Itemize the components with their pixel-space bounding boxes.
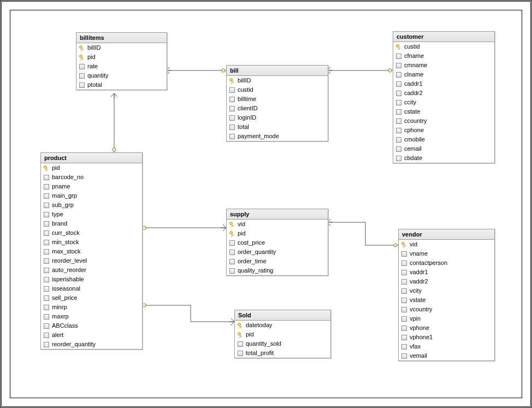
field-name: payment_mode bbox=[237, 132, 279, 141]
table-row[interactable]: vname bbox=[399, 249, 494, 258]
table-row[interactable]: cost_price bbox=[227, 238, 328, 247]
table-header-supply[interactable]: supply bbox=[227, 209, 328, 220]
table-row[interactable]: caddr2 bbox=[393, 88, 494, 98]
table-row[interactable]: minrp bbox=[41, 303, 142, 312]
field-name: billID bbox=[237, 76, 251, 85]
table-row[interactable]: vcountry bbox=[399, 305, 494, 314]
field-name: vstate bbox=[409, 295, 425, 305]
field-name: custid bbox=[403, 42, 420, 51]
table-row[interactable]: order_time bbox=[227, 257, 328, 266]
table-row[interactable]: vemail bbox=[399, 351, 494, 360]
table-row[interactable]: clientID bbox=[227, 104, 328, 113]
table-row[interactable]: billtime bbox=[227, 94, 328, 104]
table-row[interactable]: ccity bbox=[393, 98, 494, 107]
table-row[interactable]: custid bbox=[393, 42, 494, 51]
field-name: main_grp bbox=[51, 191, 77, 200]
table-row[interactable]: caddr1 bbox=[393, 79, 494, 88]
table-row[interactable]: cmobile bbox=[393, 135, 494, 144]
table-row[interactable]: quantity bbox=[76, 71, 167, 80]
table-row[interactable]: reorder_level bbox=[41, 256, 142, 265]
primary-key-icon bbox=[42, 165, 51, 172]
table-row[interactable]: vaddr1 bbox=[399, 268, 494, 277]
table-row[interactable]: pid bbox=[227, 229, 328, 238]
table-row[interactable]: billID bbox=[227, 76, 328, 85]
table-row[interactable]: ccountry bbox=[393, 116, 494, 126]
table-row[interactable]: pid bbox=[41, 163, 142, 173]
table-header-billitems[interactable]: billitems bbox=[76, 33, 167, 43]
table-row[interactable]: isseasonal bbox=[41, 284, 142, 293]
table-row[interactable]: vid bbox=[227, 220, 328, 229]
table-row[interactable]: total_profit bbox=[235, 348, 330, 358]
table-row[interactable]: quality_rating bbox=[227, 266, 328, 275]
table-row[interactable]: reorder_quantity bbox=[41, 340, 142, 349]
table-row[interactable]: quantity_sold bbox=[235, 339, 330, 348]
table-row[interactable]: alert bbox=[41, 330, 142, 340]
table-billitems[interactable]: billitemsbillIDpidratequantityptotal bbox=[76, 32, 167, 90]
table-row[interactable]: pid bbox=[235, 330, 330, 339]
table-vendor[interactable]: vendorvidvnamecontactpersonvaddr1vaddr2v… bbox=[398, 229, 495, 361]
table-row[interactable]: min_stock bbox=[41, 238, 142, 247]
table-row[interactable]: vid bbox=[399, 240, 494, 249]
table-row[interactable]: vaddr2 bbox=[399, 277, 494, 286]
table-row[interactable]: datetoday bbox=[235, 321, 330, 330]
table-row[interactable]: cfname bbox=[393, 51, 494, 61]
column-icon bbox=[42, 305, 51, 310]
table-row[interactable]: vcity bbox=[399, 286, 494, 295]
table-header-sold[interactable]: Sold bbox=[235, 310, 330, 321]
table-row[interactable]: cbdate bbox=[393, 153, 494, 163]
table-row[interactable]: payment_mode bbox=[227, 132, 328, 141]
table-row[interactable]: vphone bbox=[399, 323, 494, 333]
table-row[interactable]: vfax bbox=[399, 342, 494, 351]
table-row[interactable]: sell_price bbox=[41, 293, 142, 303]
table-row[interactable]: ABCclass bbox=[41, 321, 142, 330]
table-header-bill[interactable]: bill bbox=[227, 66, 328, 76]
table-row[interactable]: vpin bbox=[399, 314, 494, 323]
table-row[interactable]: maxrp bbox=[41, 312, 142, 321]
table-row[interactable]: rate bbox=[76, 62, 167, 71]
table-row[interactable]: sub_grp bbox=[41, 200, 142, 210]
table-row[interactable]: auto_reorder bbox=[41, 265, 142, 275]
column-icon bbox=[42, 193, 51, 199]
table-row[interactable]: brand bbox=[41, 219, 142, 228]
svg-point-6 bbox=[143, 226, 146, 229]
table-header-vendor[interactable]: vendor bbox=[399, 229, 494, 240]
table-row[interactable]: cphone bbox=[393, 126, 494, 135]
table-row[interactable]: order_quantity bbox=[227, 247, 328, 257]
table-row[interactable]: isperishable bbox=[41, 275, 142, 284]
svg-rect-41 bbox=[403, 246, 405, 247]
table-sold[interactable]: Solddatetodaypidquantity_soldtotal_profi… bbox=[234, 310, 331, 358]
table-row[interactable]: vphone1 bbox=[399, 333, 494, 342]
table-row[interactable]: pname bbox=[41, 182, 142, 191]
table-row[interactable]: billID bbox=[76, 43, 167, 52]
table-header-product[interactable]: product bbox=[41, 153, 142, 163]
column-icon bbox=[394, 81, 403, 87]
table-row[interactable]: cstate bbox=[393, 107, 494, 116]
table-rows: custidcfnamecmnameclnamecaddr1caddr2ccit… bbox=[393, 42, 494, 163]
table-row[interactable]: custid bbox=[227, 85, 328, 94]
table-supply[interactable]: supplyvidpidcost_priceorder_quantityorde… bbox=[226, 209, 328, 276]
table-row[interactable]: contactperson bbox=[399, 258, 494, 268]
table-row[interactable]: vstate bbox=[399, 295, 494, 305]
column-icon bbox=[394, 91, 403, 96]
table-product[interactable]: productpidbarcode_nopnamemain_grpsub_grp… bbox=[40, 152, 143, 350]
key-end-icon bbox=[113, 148, 116, 151]
table-row[interactable]: cemail bbox=[393, 144, 494, 153]
table-bill[interactable]: billbillIDcustidbilltimeclientIDloginIDt… bbox=[226, 65, 328, 141]
table-row[interactable]: curr_stock bbox=[41, 228, 142, 238]
table-customer[interactable]: customercustidcfnamecmnameclnamecaddr1ca… bbox=[393, 31, 495, 163]
table-row[interactable]: barcode_no bbox=[41, 173, 142, 182]
table-row[interactable]: main_grp bbox=[41, 191, 142, 200]
table-row[interactable]: clname bbox=[393, 70, 494, 79]
table-header-customer[interactable]: customer bbox=[393, 32, 494, 42]
field-name: datetoday bbox=[245, 321, 272, 330]
table-row[interactable]: pid bbox=[76, 52, 167, 62]
column-icon bbox=[42, 258, 51, 264]
table-row[interactable]: ptotal bbox=[76, 80, 167, 90]
er-canvas[interactable]: billitemsbillIDpidratequantityptotalbill… bbox=[10, 10, 522, 398]
table-row[interactable]: max_stock bbox=[41, 247, 142, 256]
field-name: caddr2 bbox=[403, 88, 423, 98]
table-row[interactable]: loginID bbox=[227, 113, 328, 122]
table-row[interactable]: cmname bbox=[393, 61, 494, 70]
table-row[interactable]: total bbox=[227, 122, 328, 132]
table-row[interactable]: type bbox=[41, 210, 142, 219]
